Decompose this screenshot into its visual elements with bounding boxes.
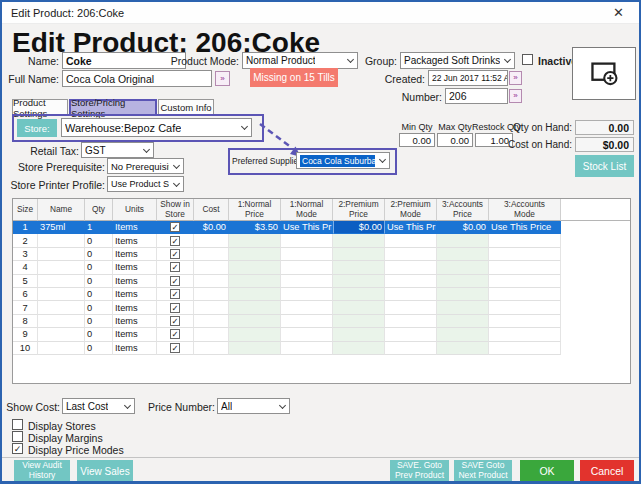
checkbox-checked-icon[interactable]: ✓ <box>170 303 180 313</box>
table-cell[interactable]: Use This Price <box>385 221 437 234</box>
table-cell[interactable] <box>229 248 281 261</box>
table-cell[interactable] <box>38 315 85 328</box>
table-cell[interactable] <box>489 315 561 328</box>
table-cell[interactable] <box>281 234 333 247</box>
show-in-store-cell[interactable]: ✓ <box>157 275 194 288</box>
checkbox-checked-icon[interactable]: ✓ <box>170 249 180 259</box>
table-cell[interactable] <box>333 342 385 355</box>
table-cell[interactable] <box>229 315 281 328</box>
table-cell[interactable]: 8 <box>13 315 38 328</box>
more-button[interactable]: » <box>215 71 230 86</box>
full-name-input[interactable]: Coca Cola Original <box>62 70 212 87</box>
product-mode-select[interactable]: Normal Product <box>242 52 358 69</box>
checkbox-checked-icon[interactable]: ✓ <box>170 316 180 326</box>
table-cell[interactable]: 10 <box>13 342 38 355</box>
show-in-store-cell[interactable]: ✓ <box>157 248 194 261</box>
column-header[interactable]: Show in Store <box>157 199 194 221</box>
save-goto-next-button[interactable]: SAVE Goto Next Product <box>454 460 512 482</box>
table-cell[interactable] <box>489 275 561 288</box>
table-cell[interactable] <box>489 261 561 274</box>
table-cell[interactable] <box>229 301 281 314</box>
table-cell[interactable] <box>38 288 85 301</box>
table-cell[interactable] <box>229 261 281 274</box>
table-cell[interactable]: Items <box>113 342 157 355</box>
checkbox-checked-icon[interactable]: ✓ <box>170 329 180 339</box>
table-cell[interactable]: $3.50 <box>229 221 281 234</box>
column-header[interactable]: Units <box>113 199 157 221</box>
column-header[interactable]: Cost <box>194 199 229 221</box>
store-select[interactable]: Warehouse:Bepoz Cafe <box>61 118 252 137</box>
table-row[interactable]: 30Items✓ <box>13 248 630 261</box>
table-cell[interactable] <box>281 248 333 261</box>
table-cell[interactable]: 0 <box>85 301 113 314</box>
table-cell[interactable] <box>281 315 333 328</box>
retail-tax-select[interactable]: GST <box>81 142 154 158</box>
column-header[interactable]: 1:Normal Price <box>229 199 281 221</box>
table-cell[interactable]: 0 <box>85 315 113 328</box>
show-in-store-cell[interactable]: ✓ <box>157 288 194 301</box>
number-field[interactable]: 206 <box>445 88 508 104</box>
cancel-button[interactable]: Cancel <box>580 460 634 482</box>
table-cell[interactable] <box>333 248 385 261</box>
table-row[interactable]: 100Items✓ <box>13 342 630 355</box>
view-sales-button[interactable]: View Sales <box>77 460 133 482</box>
table-cell[interactable]: $0.00 <box>333 221 385 234</box>
table-cell[interactable]: 9 <box>13 328 38 341</box>
table-cell[interactable] <box>281 261 333 274</box>
table-cell[interactable] <box>281 342 333 355</box>
group-select[interactable]: Packaged Soft Drinks <box>400 52 515 69</box>
table-cell[interactable] <box>437 315 489 328</box>
column-header[interactable]: 1:Normal Mode <box>281 199 333 221</box>
stock-list-button[interactable]: Stock List <box>575 155 634 177</box>
table-cell[interactable]: Items <box>113 275 157 288</box>
table-cell[interactable]: Items <box>113 288 157 301</box>
table-cell[interactable] <box>489 288 561 301</box>
close-icon[interactable]: ✕ <box>607 5 630 20</box>
store-button[interactable]: Store: <box>17 119 57 137</box>
show-in-store-cell[interactable]: ✓ <box>157 234 194 247</box>
show-in-store-cell[interactable]: ✓ <box>157 328 194 341</box>
table-cell[interactable]: Items <box>113 234 157 247</box>
table-cell[interactable] <box>333 275 385 288</box>
table-cell[interactable] <box>385 342 437 355</box>
table-cell[interactable] <box>333 301 385 314</box>
table-cell[interactable]: 5 <box>13 275 38 288</box>
min-qty-input[interactable]: 0.00 <box>399 133 435 147</box>
display-stores-checkbox[interactable] <box>12 419 23 430</box>
table-cell[interactable]: 375ml <box>38 221 85 234</box>
show-in-store-cell[interactable]: ✓ <box>157 301 194 314</box>
column-header[interactable]: 3:Accounts Price <box>437 199 489 221</box>
table-row[interactable]: 1375ml1Items✓$0.00$3.50Use This Price$0.… <box>13 221 630 234</box>
table-cell[interactable]: 0 <box>85 328 113 341</box>
column-header[interactable]: Name <box>38 199 85 221</box>
add-image-button[interactable] <box>572 47 636 100</box>
table-cell[interactable] <box>194 234 229 247</box>
table-cell[interactable]: 3 <box>13 248 38 261</box>
table-cell[interactable]: $0.00 <box>437 221 489 234</box>
display-margins-checkbox[interactable] <box>12 431 23 442</box>
table-cell[interactable] <box>38 275 85 288</box>
table-cell[interactable] <box>437 248 489 261</box>
column-header[interactable]: Qty <box>85 199 113 221</box>
table-cell[interactable]: 2 <box>13 234 38 247</box>
table-cell[interactable]: 4 <box>13 261 38 274</box>
table-row[interactable]: 80Items✓ <box>13 315 630 328</box>
show-cost-select[interactable]: Last Cost <box>62 398 135 414</box>
table-cell[interactable] <box>194 261 229 274</box>
table-cell[interactable]: 0 <box>85 234 113 247</box>
table-cell[interactable] <box>38 342 85 355</box>
table-cell[interactable] <box>333 315 385 328</box>
table-cell[interactable] <box>333 288 385 301</box>
table-cell[interactable]: 1 <box>13 221 38 234</box>
table-cell[interactable] <box>333 328 385 341</box>
table-cell[interactable] <box>333 261 385 274</box>
table-row[interactable]: 60Items✓ <box>13 288 630 301</box>
table-cell[interactable] <box>281 301 333 314</box>
more-button[interactable]: » <box>509 71 522 85</box>
table-cell[interactable] <box>437 328 489 341</box>
table-cell[interactable] <box>281 288 333 301</box>
table-cell[interactable] <box>333 234 385 247</box>
table-cell[interactable]: Items <box>113 328 157 341</box>
table-cell[interactable]: 7 <box>13 301 38 314</box>
table-cell[interactable]: Items <box>113 301 157 314</box>
